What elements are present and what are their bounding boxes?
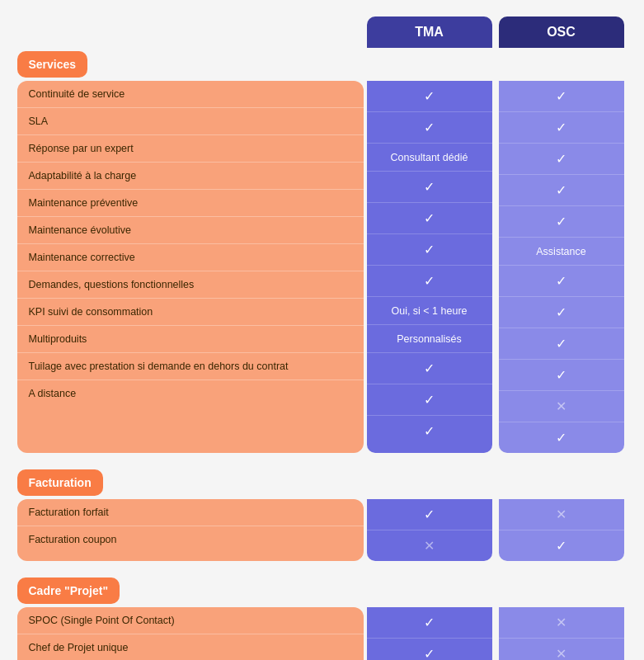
row-name-1: Facturation coupon [17, 526, 364, 553]
osc-cell-0: ✕ [499, 499, 624, 530]
tma-cell-8: Personnalisés [367, 325, 492, 353]
check-icon: ✓ [424, 273, 435, 289]
row-name-9: Multiproduits [17, 326, 364, 353]
osc-cell-0: ✕ [499, 607, 624, 639]
osc-cell-1: ✕ [499, 639, 624, 660]
row-name-0: SPOC (Single Point Of Contact) [17, 607, 364, 634]
check-icon: ✓ [556, 182, 566, 198]
check-icon: ✓ [556, 214, 566, 229]
tma-cell-11: ✓ [367, 416, 492, 446]
row-name-1: SLA [17, 108, 364, 135]
check-icon: ✓ [556, 367, 566, 383]
section-label-services: Services [17, 51, 88, 78]
tma-cell-0: ✓ [367, 499, 492, 530]
section-projet: Cadre "Projet" SPOC (Single Point Of Con… [17, 578, 628, 660]
section-services: Services Continuité de serviceSLARéponse… [17, 51, 628, 453]
check-icon: ✓ [424, 615, 435, 630]
osc-cell-11: ✓ [499, 422, 624, 453]
row-name-1: Chef de Projet unique [17, 634, 364, 660]
check-icon: ✓ [424, 361, 435, 376]
left-col-facturation: Facturation forfaitFacturation coupon [17, 499, 364, 561]
section-label-projet: Cadre "Projet" [17, 578, 120, 604]
cross-icon: ✕ [556, 507, 566, 522]
section-facturation: Facturation Facturation forfaitFacturati… [17, 469, 628, 561]
tma-cell-2: Consultant dédié [367, 144, 492, 172]
tma-cell-9: ✓ [367, 353, 492, 384]
check-icon: ✓ [424, 242, 435, 257]
left-col-projet: SPOC (Single Point Of Contact)Chef de Pr… [17, 607, 364, 660]
osc-col-facturation: ✕✓ [499, 499, 624, 561]
tma-cell-1: ✓ [367, 639, 492, 660]
osc-col-services: ✓✓✓✓✓Assistance✓✓✓✓✕✓ [499, 81, 624, 453]
header-row: TMA OSC [17, 16, 628, 48]
tma-cell-4: ✓ [367, 203, 492, 234]
check-icon: ✓ [424, 507, 435, 522]
cross-icon: ✕ [556, 646, 566, 660]
tma-cell-1: ✓ [367, 112, 492, 144]
check-icon: ✓ [424, 646, 435, 660]
row-name-4: Maintenance préventive [17, 190, 364, 217]
row-name-8: KPI suivi de consommation [17, 299, 364, 326]
header-osc: OSC [499, 16, 624, 48]
osc-cell-5: Assistance [499, 238, 624, 266]
check-icon: ✓ [556, 151, 566, 167]
osc-cell-7: ✓ [499, 297, 624, 328]
osc-col-projet: ✕✕✕✕✕ [499, 607, 624, 660]
osc-cell-10: ✕ [499, 391, 624, 422]
osc-cell-6: ✓ [499, 266, 624, 297]
check-icon: ✓ [424, 88, 435, 104]
comparison-table: TMA OSC Services Continuité de serviceSL… [17, 16, 628, 660]
row-name-0: Facturation forfait [17, 499, 364, 526]
check-icon: ✓ [556, 304, 566, 320]
cross-icon: ✕ [556, 398, 566, 414]
tma-cell-3: ✓ [367, 172, 492, 203]
section-label-facturation: Facturation [17, 469, 103, 496]
tma-col-services: ✓✓Consultant dédié✓✓✓✓Oui, si < 1 heureP… [367, 81, 492, 453]
check-icon: ✓ [424, 210, 435, 226]
tma-cell-0: ✓ [367, 81, 492, 112]
check-icon: ✓ [556, 538, 566, 554]
osc-cell-2: ✓ [499, 144, 624, 175]
row-name-11: A distance [17, 380, 364, 407]
check-icon: ✓ [424, 120, 435, 135]
check-icon: ✓ [424, 423, 435, 439]
row-name-0: Continuité de service [17, 81, 364, 108]
row-name-7: Demandes, questions fonctionnelles [17, 271, 364, 299]
row-name-3: Adaptabilité à la charge [17, 163, 364, 190]
row-name-10: Tuilage avec prestation si demande en de… [17, 353, 364, 380]
tma-cell-1: ✕ [367, 530, 492, 561]
check-icon: ✓ [556, 120, 566, 135]
row-name-2: Réponse par un expert [17, 135, 364, 163]
osc-cell-1: ✓ [499, 530, 624, 561]
osc-cell-8: ✓ [499, 328, 624, 360]
osc-cell-1: ✓ [499, 112, 624, 144]
row-name-6: Maintenance corrective [17, 244, 364, 271]
check-icon: ✓ [556, 88, 566, 104]
tma-cell-6: ✓ [367, 266, 492, 297]
osc-cell-4: ✓ [499, 206, 624, 238]
check-icon: ✓ [556, 430, 566, 446]
osc-cell-0: ✓ [499, 81, 624, 112]
row-name-5: Maintenance évolutive [17, 217, 364, 244]
tma-col-projet: ✓✓✓✓✓ [367, 607, 492, 660]
cross-icon: ✕ [424, 538, 435, 554]
check-icon: ✓ [424, 392, 435, 408]
cross-icon: ✕ [556, 615, 566, 630]
osc-cell-9: ✓ [499, 360, 624, 391]
check-icon: ✓ [424, 179, 435, 195]
osc-cell-3: ✓ [499, 175, 624, 206]
header-tma: TMA [367, 16, 492, 48]
tma-cell-10: ✓ [367, 384, 492, 416]
tma-cell-5: ✓ [367, 234, 492, 266]
tma-cell-7: Oui, si < 1 heure [367, 297, 492, 325]
tma-col-facturation: ✓✕ [367, 499, 492, 561]
check-icon: ✓ [556, 273, 566, 289]
check-icon: ✓ [556, 336, 566, 351]
tma-cell-0: ✓ [367, 607, 492, 639]
left-col-services: Continuité de serviceSLARéponse par un e… [17, 81, 364, 453]
